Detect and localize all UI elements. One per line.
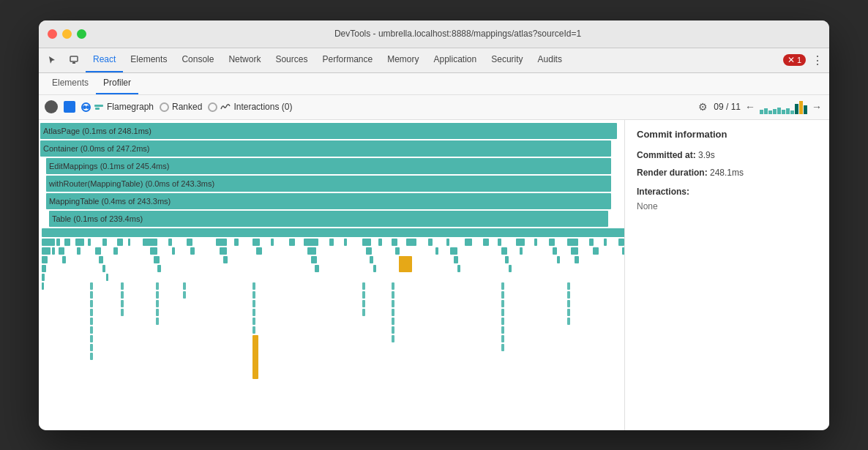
commit-bar-2[interactable] <box>764 108 768 114</box>
main-content: AtlasPage (0.1ms of 248.1ms) Container (… <box>39 120 829 430</box>
svg-rect-101 <box>156 291 159 299</box>
svg-rect-36 <box>567 239 578 246</box>
tab-application[interactable]: Application <box>427 48 484 72</box>
commit-bar-1[interactable] <box>760 110 763 114</box>
commit-bar-9[interactable] <box>795 104 798 114</box>
flame-bar-mappingtable[interactable]: MappingTable (0.4ms of 243.3ms) <box>46 193 611 209</box>
flame-bar-container[interactable]: Container (0.0ms of 247.2ms) <box>40 140 611 157</box>
tab-performance[interactable]: Performance <box>315 48 380 72</box>
tab-memory[interactable]: Memory <box>380 48 426 72</box>
tab-elements[interactable]: Elements <box>123 48 174 72</box>
svg-rect-56 <box>450 247 457 255</box>
svg-rect-8 <box>75 239 84 246</box>
svg-rect-50 <box>220 247 227 255</box>
flame-bar-atlaspage[interactable]: AtlasPage (0.1ms of 248.1ms) <box>40 123 617 139</box>
commit-bar-5[interactable] <box>777 108 781 114</box>
svg-rect-43 <box>59 247 64 255</box>
svg-rect-127 <box>501 309 504 316</box>
commit-info-panel: Commit information Committed at: 3.9s Re… <box>624 120 829 430</box>
svg-rect-135 <box>567 309 570 316</box>
commit-bar-11[interactable] <box>804 105 807 114</box>
svg-rect-99 <box>121 309 124 316</box>
minimize-button[interactable] <box>62 29 72 39</box>
svg-rect-75 <box>42 265 46 272</box>
svg-rect-32 <box>498 239 501 246</box>
svg-rect-16 <box>216 239 227 246</box>
svg-rect-64 <box>62 256 66 263</box>
flame-bar-withrouter[interactable]: withRouter(MappingTable) (0.0ms of 243.3… <box>46 176 611 192</box>
reload-and-record-button[interactable] <box>64 101 75 113</box>
maximize-button[interactable] <box>77 29 86 39</box>
flame-row-container: Container (0.0ms of 247.2ms) <box>40 140 623 157</box>
devtools-window: DevTools - umbrella.localhost:8888/mappi… <box>39 20 829 430</box>
svg-rect-107 <box>252 282 255 290</box>
flamegraph-label: Flamegraph <box>107 102 154 112</box>
commit-bar-4[interactable] <box>773 109 777 114</box>
svg-rect-15 <box>187 239 192 246</box>
svg-rect-104 <box>156 318 159 325</box>
svg-rect-133 <box>567 291 570 299</box>
tab-network[interactable]: Network <box>221 48 268 72</box>
ranked-option[interactable]: Ranked <box>160 102 202 112</box>
ranked-radio[interactable] <box>160 102 169 112</box>
svg-rect-52 <box>307 247 316 255</box>
flamegraph-option[interactable]: Flamegraph <box>81 102 154 112</box>
commit-bar-6[interactable] <box>782 110 785 114</box>
flamegraph-detail-svg[interactable] <box>40 228 624 419</box>
sub-tab-profiler[interactable]: Profiler <box>96 72 138 94</box>
svg-rect-105 <box>183 282 186 290</box>
svg-rect-22 <box>329 239 334 246</box>
interactions-value: None <box>637 201 818 211</box>
device-icon[interactable] <box>64 50 84 70</box>
flame-row-editmappings: EditMappings (0.1ms of 245.4ms) <box>40 158 623 174</box>
svg-rect-14 <box>168 239 172 246</box>
svg-rect-13 <box>143 239 157 246</box>
main-tab-bar: React Elements Console Network Sources P… <box>39 48 829 73</box>
tab-react[interactable]: React <box>86 48 123 72</box>
window-title: DevTools - umbrella.localhost:8888/mappi… <box>95 29 820 39</box>
cursor-icon[interactable] <box>42 50 62 70</box>
error-badge[interactable]: ✕ 1 <box>783 54 806 66</box>
record-button[interactable] <box>45 100 58 113</box>
tab-security[interactable]: Security <box>484 48 530 72</box>
tab-sources[interactable]: Sources <box>268 48 315 72</box>
tab-console[interactable]: Console <box>174 48 221 72</box>
svg-rect-58 <box>520 247 523 255</box>
flame-bar-editmappings[interactable]: EditMappings (0.1ms of 245.4ms) <box>46 158 611 174</box>
prev-commit-button[interactable]: ← <box>744 101 757 113</box>
svg-rect-62 <box>622 247 624 255</box>
commit-bar-7[interactable] <box>786 108 790 114</box>
svg-rect-23 <box>344 239 347 246</box>
svg-rect-1 <box>72 62 75 64</box>
flamegraph-panel[interactable]: AtlasPage (0.1ms of 248.1ms) Container (… <box>39 120 624 430</box>
svg-rect-68 <box>311 256 317 263</box>
svg-rect-38 <box>604 239 607 246</box>
svg-rect-31 <box>483 239 489 246</box>
svg-rect-12 <box>128 239 130 246</box>
commit-counter: 09 / 11 <box>714 102 741 112</box>
svg-rect-128 <box>501 318 504 325</box>
svg-rect-30 <box>465 239 472 246</box>
interactions-radio[interactable] <box>208 102 217 112</box>
flamegraph-radio[interactable] <box>81 102 91 112</box>
commit-bar-10[interactable] <box>799 101 803 114</box>
svg-rect-126 <box>501 300 504 307</box>
flame-row-table: Table (0.1ms of 239.4ms) <box>40 211 623 227</box>
close-button[interactable] <box>48 29 57 39</box>
commit-bar-3[interactable] <box>768 110 772 114</box>
tab-audits[interactable]: Audits <box>531 48 569 72</box>
flame-bar-table[interactable]: Table (0.1ms of 239.4ms) <box>49 211 608 227</box>
svg-rect-53 <box>366 247 372 255</box>
svg-rect-46 <box>113 247 118 255</box>
sub-tab-elements[interactable]: Elements <box>45 72 96 94</box>
svg-rect-110 <box>252 309 255 316</box>
svg-rect-86 <box>252 335 258 379</box>
commit-bar-8[interactable] <box>790 110 794 114</box>
svg-rect-98 <box>121 300 124 307</box>
svg-rect-125 <box>501 291 504 299</box>
interactions-option[interactable]: Interactions (0) <box>208 102 292 112</box>
more-options-icon[interactable]: ⋮ <box>809 51 826 69</box>
svg-rect-49 <box>190 247 195 255</box>
settings-icon[interactable]: ⚙ <box>698 101 708 113</box>
next-commit-button[interactable]: → <box>810 101 823 113</box>
